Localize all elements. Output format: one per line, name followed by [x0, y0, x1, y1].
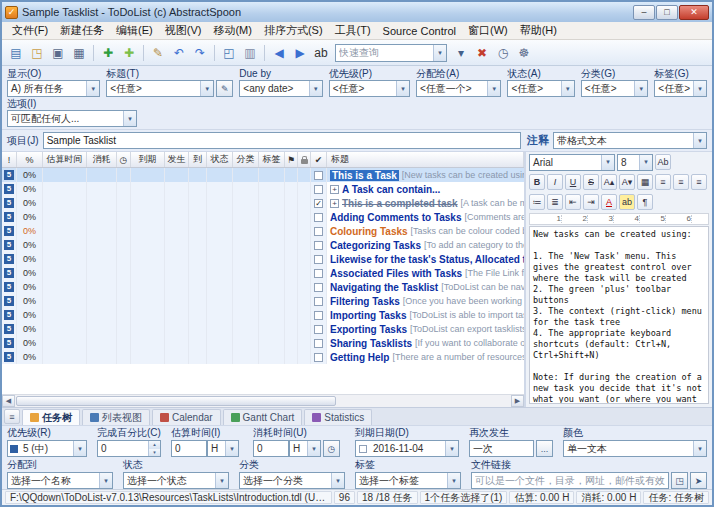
expand-icon[interactable]: +	[330, 199, 339, 208]
color-select[interactable]: 单一文本 ▾	[563, 440, 707, 457]
filter-priority-select[interactable]: <任意> ▾	[329, 80, 410, 97]
tab-list-view[interactable]: 列表视图	[82, 409, 150, 425]
task-row[interactable]: 50%+A Task can contain...	[2, 182, 524, 196]
column-header[interactable]: 估算时间	[43, 152, 87, 167]
task-checkbox[interactable]	[314, 339, 323, 348]
strikethrough-button[interactable]: S	[583, 174, 599, 190]
task-checkbox[interactable]	[314, 171, 323, 180]
menu-item[interactable]: 新建任务	[54, 22, 110, 39]
redo-icon[interactable]: ↷	[190, 43, 210, 63]
shrink-font-button[interactable]: A▾	[619, 174, 635, 190]
spinner-up-icon[interactable]: ▴	[149, 441, 160, 449]
column-header[interactable]: 标签	[259, 152, 285, 167]
title-filter-options-button[interactable]: ✎	[216, 80, 233, 97]
quick-search-input[interactable]	[336, 47, 433, 58]
filter-allocto-select[interactable]: <任意一个> ▾	[416, 80, 501, 97]
task-row[interactable]: 50%Exporting Tasks[ToDoList can export t…	[2, 322, 524, 336]
close-button[interactable]: ✕	[679, 5, 709, 20]
column-header[interactable]: %	[17, 152, 43, 167]
filter-status-select[interactable]: <任意> ▾	[507, 80, 574, 97]
quick-search-box[interactable]: ▾	[335, 44, 447, 62]
expand-icon[interactable]: +	[330, 185, 339, 194]
next-task-icon[interactable]: ▶	[290, 43, 310, 63]
spinner-arrows[interactable]: ▴▾	[148, 441, 160, 456]
column-header[interactable]: 到	[189, 152, 207, 167]
status-select[interactable]: 选择一个状态 ▾	[123, 472, 229, 489]
tab-calendar[interactable]: Calendar	[152, 409, 221, 425]
task-row[interactable]: 50%Likewise for the task's Status, Alloc…	[2, 252, 524, 266]
est-time-input[interactable]: 0	[171, 440, 207, 457]
task-checkbox[interactable]	[314, 185, 323, 194]
scroll-left-icon[interactable]: ◀	[2, 395, 15, 407]
task-checkbox[interactable]	[314, 255, 323, 264]
tab-strip-button[interactable]: ≡	[4, 409, 20, 424]
task-row[interactable]: 50%Associated Files with Tasks[The File …	[2, 266, 524, 280]
delete-task-icon[interactable]: ✖	[472, 43, 492, 63]
due-date-picker[interactable]: 2016-11-04 ▾	[355, 440, 459, 457]
font-family-select[interactable]: Arial ▾	[529, 154, 615, 171]
minimize-button[interactable]: –	[633, 5, 655, 20]
spinner-down-icon[interactable]: ▾	[149, 449, 160, 457]
chevron-down-icon[interactable]: ▾	[433, 45, 446, 61]
new-task-icon[interactable]: ✚	[98, 43, 118, 63]
check-icon[interactable]: ✔	[311, 152, 327, 167]
font-dialog-button[interactable]: Ab	[655, 154, 671, 170]
menu-item[interactable]: 帮助(H)	[514, 22, 563, 39]
copy-task-icon[interactable]: ▥	[240, 43, 260, 63]
prev-task-icon[interactable]: ◀	[269, 43, 289, 63]
spellcheck-icon[interactable]: ab	[311, 43, 331, 63]
column-header[interactable]: 到期	[131, 152, 165, 167]
task-row[interactable]: 50%Colouring Tasks[Tasks can be colour c…	[2, 224, 524, 238]
column-header[interactable]: 消耗	[87, 152, 117, 167]
menu-item[interactable]: 窗口(W)	[462, 22, 514, 39]
tags-select[interactable]: 选择一个标签 ▾	[355, 472, 461, 489]
task-row[interactable]: 50%Sharing Tasklists[If you want to coll…	[2, 336, 524, 350]
align-left-button[interactable]: ≡	[655, 174, 671, 190]
insert-image-button[interactable]: ▦	[637, 174, 653, 190]
task-checkbox[interactable]	[314, 353, 323, 362]
filter-icon[interactable]: ▾	[451, 43, 471, 63]
grow-font-button[interactable]: A▴	[601, 174, 617, 190]
scrollbar-thumb[interactable]	[16, 396, 336, 406]
task-checkbox[interactable]	[314, 213, 323, 222]
recurrence-field[interactable]: 一次	[469, 440, 534, 457]
save-tasklist-icon[interactable]: ▣	[48, 43, 68, 63]
task-row[interactable]: 50%This is a Task[New tasks can be creat…	[2, 168, 524, 182]
new-subtask-icon[interactable]: ✚	[119, 43, 139, 63]
task-checkbox[interactable]	[314, 311, 323, 320]
allocto-select[interactable]: 选择一个名称 ▾	[7, 472, 113, 489]
category-select[interactable]: 选择一个分类 ▾	[239, 472, 345, 489]
menu-item[interactable]: 工具(T)	[329, 22, 377, 39]
tab-statistics[interactable]: Statistics	[304, 409, 372, 425]
menu-item[interactable]: 文件(F)	[6, 22, 54, 39]
numbered-list-button[interactable]: ≣	[547, 194, 563, 210]
task-row[interactable]: 50%Filtering Tasks[Once you have been wo…	[2, 294, 524, 308]
lock-icon[interactable]	[298, 152, 311, 167]
comments-text[interactable]: New tasks can be created using: 1. The '…	[529, 226, 709, 404]
task-checkbox[interactable]	[314, 227, 323, 236]
titlebar[interactable]: ✓ Sample Tasklist - ToDoList (c) Abstrac…	[2, 2, 712, 22]
filter-category-select[interactable]: <任意> ▾	[581, 80, 648, 97]
maximize-view-icon[interactable]: ◰	[219, 43, 239, 63]
task-row[interactable]: 50%Getting Help[There are a number of re…	[2, 350, 524, 364]
project-name-field[interactable]: Sample Tasklist	[43, 132, 521, 149]
task-row[interactable]: 50%Navigating the Tasklist[ToDoList can …	[2, 280, 524, 294]
task-checkbox[interactable]	[314, 297, 323, 306]
spent-time-unit-select[interactable]: H ▾	[289, 440, 321, 457]
open-link-button[interactable]: ➤	[690, 472, 707, 489]
task-row[interactable]: 50%✓+This is a completed task[A task can…	[2, 196, 524, 210]
save-all-icon[interactable]: ▦	[69, 43, 89, 63]
filter-options-select[interactable]: 可匹配任何人... ▾	[7, 110, 137, 127]
task-row[interactable]: 50%Importing Tasks[ToDoList is able to i…	[2, 308, 524, 322]
task-checkbox[interactable]	[314, 283, 323, 292]
column-header[interactable]: 发生	[165, 152, 189, 167]
undo-icon[interactable]: ↶	[169, 43, 189, 63]
column-header[interactable]: 状态	[207, 152, 233, 167]
font-size-select[interactable]: 8 ▾	[617, 154, 653, 171]
new-tasklist-icon[interactable]: ▤	[6, 43, 26, 63]
indent-button[interactable]: ⇥	[583, 194, 599, 210]
est-time-unit-select[interactable]: H ▾	[207, 440, 239, 457]
filter-display-select[interactable]: A) 所有任务 ▾	[7, 80, 100, 97]
recurrence-edit-button[interactable]: ...	[536, 440, 553, 457]
filter-tag-select[interactable]: <任意> ▾	[654, 80, 707, 97]
